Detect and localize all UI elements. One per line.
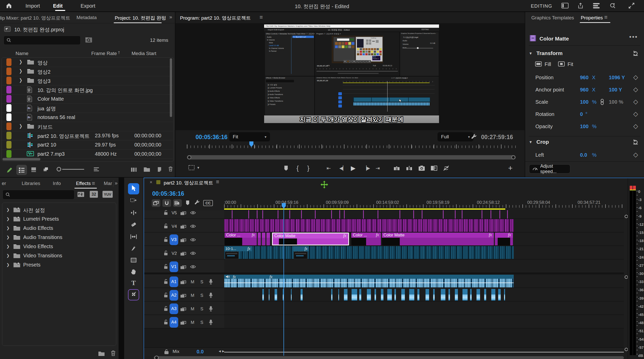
properties-menu-icon[interactable]: ≡ <box>604 15 608 20</box>
effects-folder-5[interactable]: ❯Video Transitions <box>2 251 115 260</box>
extract-icon[interactable] <box>406 164 413 172</box>
track-content-a3[interactable] <box>224 301 624 315</box>
effects-tab-mar[interactable]: Mar <box>104 181 112 186</box>
keyframe-toggle-icon[interactable]: ◇ <box>633 123 638 130</box>
play-icon[interactable]: ▶ <box>351 164 355 172</box>
clip-options-icon[interactable]: ••• <box>629 33 638 41</box>
effects-search-box[interactable] <box>3 190 74 200</box>
mute-button[interactable]: M <box>191 293 194 298</box>
icon-view-icon[interactable] <box>31 166 37 174</box>
keyframe-toggle-icon[interactable]: ◇ <box>633 151 638 158</box>
lock-icon[interactable] <box>163 306 169 312</box>
yuv-badge[interactable]: YUV <box>102 191 113 198</box>
label-color-chip[interactable] <box>6 68 11 75</box>
clip-a1-audio[interactable]: fxfx <box>224 275 514 287</box>
track-target-a4[interactable]: A4 <box>170 317 178 328</box>
track-sync-icon[interactable] <box>180 307 186 312</box>
pencil-icon[interactable] <box>6 166 13 175</box>
add-marker-icon[interactable] <box>284 164 289 172</box>
keyframe-toggle-icon[interactable]: ◇ <box>633 74 638 81</box>
effects-folder-4[interactable]: ❯Video Effects <box>2 242 115 251</box>
expand-chevron-icon[interactable]: ❯ <box>19 68 22 74</box>
track-sync-icon[interactable] <box>180 238 186 243</box>
project-hscrollbar[interactable] <box>3 158 40 161</box>
project-row-9[interactable]: part2 1029.97 fps00;00;00;00 <box>2 140 173 150</box>
expand-chevron-icon[interactable]: ❯ <box>6 217 10 221</box>
track-sync-icon[interactable] <box>180 251 186 257</box>
project-row-10[interactable]: part2 7.mp348000 Hz00;00;00;00 <box>2 149 173 159</box>
track-sync-icon[interactable] <box>180 211 186 216</box>
fit-icon[interactable] <box>558 61 565 67</box>
track-visibility-eye-icon[interactable] <box>190 238 196 243</box>
mix-volume-value[interactable]: 0.0 <box>197 349 204 355</box>
mic-record-icon[interactable] <box>209 279 213 286</box>
go-to-in-icon[interactable]: ⇤ <box>327 164 331 172</box>
freeform-view-icon[interactable] <box>43 166 49 174</box>
mute-button[interactable]: M <box>191 307 194 312</box>
mark-in-icon[interactable]: { <box>297 164 299 172</box>
clip-color-matte-1[interactable] <box>258 233 261 245</box>
expand-chevron-icon[interactable]: ❯ <box>6 253 10 258</box>
tab-properties[interactable]: Properties <box>581 15 603 21</box>
expand-chevron-icon[interactable]: ❯ <box>6 262 10 267</box>
ai-edit-tool[interactable] <box>128 289 139 300</box>
solo-button[interactable]: S <box>200 307 203 312</box>
track-content-a1[interactable]: fxfx <box>224 274 624 288</box>
track-visibility-eye-icon[interactable] <box>190 251 196 256</box>
mic-record-icon[interactable] <box>209 320 213 326</box>
project-row-3[interactable]: 10. 강의 인트로 화면.jpg <box>2 85 173 95</box>
label-color-chip[interactable] <box>6 113 11 121</box>
track-select-forward-tool[interactable] <box>128 195 139 207</box>
clip-color-matte-6[interactable]: Color Mattefx <box>382 233 494 245</box>
track-content-v3[interactable]: Color ...fxColor MattefxColor ...fxColor… <box>224 232 624 246</box>
column-header-start[interactable]: Media Start <box>132 51 156 56</box>
mix-keyframe-nav-icon[interactable]: ◄► <box>218 349 225 353</box>
hand-tool[interactable] <box>128 267 139 278</box>
list-view-button[interactable] <box>16 165 27 175</box>
clip-indicator-left[interactable] <box>630 186 633 190</box>
mute-button[interactable]: M <box>191 280 194 285</box>
trash-icon[interactable] <box>168 166 173 173</box>
project-row-1[interactable]: ❯영상2 <box>2 67 173 76</box>
property-value-x[interactable]: 100 <box>580 99 588 105</box>
property-value-y[interactable]: 100 Y <box>609 87 622 93</box>
fullscreen-icon[interactable] <box>628 2 635 9</box>
close-sequence-icon[interactable]: × <box>150 180 152 185</box>
delete-effects-icon[interactable] <box>110 350 116 356</box>
lock-icon[interactable] <box>163 319 169 326</box>
accelerated-effects-badge[interactable] <box>77 191 85 198</box>
clip-color-matte-3[interactable] <box>266 233 270 245</box>
bin-search-icon[interactable] <box>85 36 92 43</box>
property-value-x[interactable]: 100 <box>580 124 588 129</box>
project-row-7[interactable]: ❯키보드 <box>2 122 173 131</box>
pen-tool[interactable] <box>128 243 139 255</box>
go-to-out-icon[interactable]: ⇥ <box>376 164 380 172</box>
transform-collapse-icon[interactable]: ▾ <box>530 51 532 56</box>
linked-selection-toggle[interactable] <box>173 199 182 207</box>
workspace-label[interactable]: EDITING <box>531 3 552 9</box>
project-row-0[interactable]: ❯영상 <box>2 58 173 67</box>
transform-reset-icon[interactable] <box>632 50 639 56</box>
effects-more-tabs-icon[interactable]: » <box>115 180 118 186</box>
track-target-a2[interactable]: A2 <box>170 290 178 301</box>
step-forward-icon[interactable]: ▕▶ <box>363 164 370 172</box>
crop-collapse-icon[interactable]: ▾ <box>530 139 532 145</box>
track-target-a1[interactable]: A1 <box>170 276 178 287</box>
up-folder-icon[interactable] <box>4 26 11 32</box>
track-visibility-eye-icon[interactable] <box>190 265 196 270</box>
effects-search-input[interactable] <box>12 191 72 199</box>
label-color-chip[interactable] <box>6 150 11 158</box>
sort-icon[interactable] <box>93 167 99 173</box>
clip-color-matte-2[interactable] <box>262 233 265 245</box>
project-tab-1[interactable]: Metadata <box>76 15 97 20</box>
effects-tab-info[interactable]: Info <box>53 181 61 186</box>
label-color-chip[interactable] <box>6 86 11 94</box>
program-scrollbar[interactable] <box>187 155 516 159</box>
crop-section-title[interactable]: Crop <box>536 139 549 145</box>
add-marker-icon[interactable] <box>185 200 190 206</box>
captions-icon[interactable]: CC <box>203 200 213 206</box>
clip-color-matte-4[interactable]: Color Mattefx <box>272 233 349 245</box>
ripple-edit-tool[interactable] <box>128 208 139 219</box>
clip-indicator-right[interactable] <box>633 186 636 190</box>
mic-record-icon[interactable] <box>209 292 213 299</box>
